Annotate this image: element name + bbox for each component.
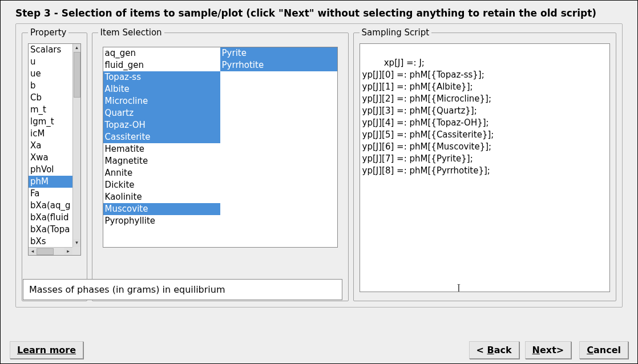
item-selection-item[interactable]: Dickite	[103, 179, 220, 191]
item-selection-item[interactable]: aq_gen	[103, 47, 220, 59]
property-legend: Property	[28, 27, 68, 38]
item-selection-item[interactable]: fluid_gen	[103, 59, 220, 71]
script-text: xp[J] =: J; yp[J][0] =: phM[{Topaz-ss}];…	[362, 58, 494, 176]
item-selection-item[interactable]: Quartz	[103, 107, 220, 119]
item-selection-item[interactable]: Kaolinite	[103, 191, 220, 203]
scroll-down-icon[interactable]: ▾	[73, 239, 80, 247]
scroll-thumb[interactable]	[37, 248, 54, 255]
learn-more-button[interactable]: Learn more	[10, 341, 83, 359]
item-selection-item[interactable]: Muscovite	[103, 203, 220, 215]
text-cursor-icon: I	[457, 282, 461, 292]
property-item[interactable]: m_t	[29, 104, 72, 116]
property-item[interactable]: bXa(Topa	[29, 224, 72, 236]
property-item[interactable]: phM	[29, 176, 72, 188]
item-selection-item[interactable]: Pyrrhotite	[220, 59, 337, 71]
item-selection-legend: Item Selection	[98, 27, 164, 38]
property-item[interactable]: bXa(aq_g	[29, 200, 72, 212]
property-fieldset: Property ScalarsuuebCbm_tlgm_ticMXaXwaph…	[22, 27, 87, 301]
next-button[interactable]: Next>	[525, 341, 572, 359]
property-item[interactable]: Scalars	[29, 44, 72, 56]
item-selection-item[interactable]: Pyrite	[220, 47, 337, 59]
sampling-script-legend: Sampling Script	[360, 27, 431, 38]
property-item[interactable]: lgm_t	[29, 116, 72, 128]
sampling-script-textarea[interactable]: xp[J] =: J; yp[J][0] =: phM[{Topaz-ss}];…	[360, 43, 610, 292]
property-item[interactable]: bXs	[29, 236, 72, 248]
item-selection-item[interactable]: Hematite	[103, 143, 220, 155]
property-item[interactable]: Xa	[29, 140, 72, 152]
item-selection-item[interactable]: Annite	[103, 167, 220, 179]
property-item[interactable]: Xwa	[29, 152, 72, 164]
item-selection-item[interactable]: Albite	[103, 83, 220, 95]
scroll-right-icon[interactable]: ▸	[64, 248, 72, 255]
property-item[interactable]: b	[29, 80, 72, 92]
back-button[interactable]: < Back	[469, 341, 519, 359]
item-selection-item[interactable]: Cassiterite	[103, 131, 220, 143]
cancel-button[interactable]: Cancel	[579, 341, 628, 359]
item-selection-fieldset: Item Selection aq_genfluid_genTopaz-ssAl…	[92, 27, 349, 301]
property-item[interactable]: bXa(fluid	[29, 212, 72, 224]
property-item[interactable]: icM	[29, 128, 72, 140]
scroll-thumb[interactable]	[74, 52, 80, 98]
property-item[interactable]: Fa	[29, 188, 72, 200]
scroll-left-icon[interactable]: ◂	[29, 248, 37, 255]
item-selection-item[interactable]: Pyrophyllite	[103, 215, 220, 227]
property-listbox[interactable]: ScalarsuuebCbm_tlgm_ticMXaXwaphVolphMFab…	[28, 43, 81, 256]
item-selection-item[interactable]: Magnetite	[103, 155, 220, 167]
property-item[interactable]: ue	[29, 68, 72, 80]
property-item[interactable]: Cb	[29, 92, 72, 104]
footer-button-bar: Learn more < Back Next> Cancel	[1, 336, 637, 363]
property-item[interactable]: u	[29, 56, 72, 68]
item-listbox[interactable]: aq_genfluid_genTopaz-ssAlbiteMicroclineQ…	[103, 47, 338, 248]
item-selection-item[interactable]: Topaz-OH	[103, 119, 220, 131]
property-description-field[interactable]: Masses of phases (in grams) in equilibri…	[23, 279, 342, 300]
sampling-script-fieldset: Sampling Script xp[J] =: J; yp[J][0] =: …	[353, 27, 616, 301]
item-selection-item[interactable]: Topaz-ss	[103, 71, 220, 83]
main-panel: Property ScalarsuuebCbm_tlgm_ticMXaXwaph…	[15, 23, 623, 308]
scroll-up-icon[interactable]: ▴	[73, 44, 80, 52]
property-item[interactable]: phVol	[29, 164, 72, 176]
step-title: Step 3 - Selection of items to sample/pl…	[1, 1, 637, 23]
item-selection-item[interactable]: Microcline	[103, 95, 220, 107]
wizard-page: Step 3 - Selection of items to sample/pl…	[0, 0, 638, 364]
scroll-corner	[72, 247, 80, 255]
property-hscrollbar[interactable]: ◂ ▸	[29, 247, 72, 255]
property-vscrollbar[interactable]: ▴ ▾	[72, 44, 80, 247]
